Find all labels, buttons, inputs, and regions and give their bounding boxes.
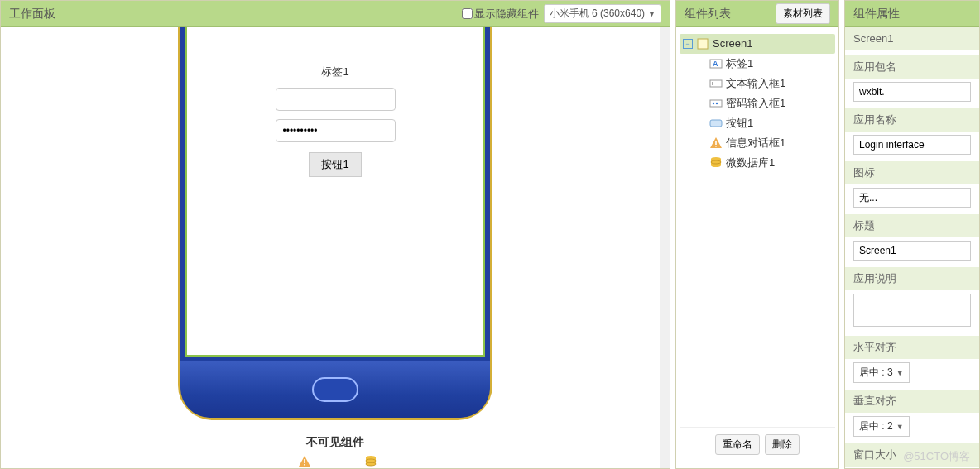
tree-item-database1[interactable]: 微数据库1 (680, 153, 835, 173)
property-panel: 组件属性 Screen1 应用包名 应用名称 图标 标题 应用说明 (844, 0, 980, 469)
app-package-input[interactable] (853, 82, 971, 102)
show-hidden-text: 显示隐藏组件 (474, 7, 539, 22)
device-select-value: 小米手机 6 (360x640) (550, 7, 645, 21)
material-list-button[interactable]: 素材列表 (776, 3, 830, 24)
work-panel: 工作面板 显示隐藏组件 小米手机 6 (360x640) ▼ 标签1 (0, 0, 670, 469)
warning-icon (298, 455, 311, 468)
tree-item-button1[interactable]: 按钮1 (680, 113, 835, 133)
collapse-icon[interactable]: − (683, 39, 693, 49)
tree-item-label: 标签1 (726, 55, 753, 72)
app-package-label: 应用包名 (845, 55, 979, 79)
title-label: 标题 (845, 214, 979, 237)
svg-rect-14 (715, 141, 717, 145)
svg-rect-13 (710, 120, 722, 127)
property-panel-header: 组件属性 (845, 1, 979, 27)
svg-text:A: A (713, 60, 718, 68)
invisible-item-dialog[interactable]: 信息对话框1 (276, 455, 332, 468)
tree-item-label: 密码输入框1 (726, 95, 785, 112)
desc-textarea[interactable] (853, 294, 971, 327)
invisible-components-section: 不可见组件 信息对话框1 微数据库1 (276, 435, 393, 468)
svg-point-12 (716, 103, 718, 104)
svg-point-11 (713, 103, 714, 104)
component-tree: − Screen1 A 标签1 文本输入框1 密码输入框1 (676, 27, 838, 468)
textbox-icon (709, 77, 723, 90)
icon-input[interactable] (853, 188, 971, 208)
halign-value: 居中 : 3 (859, 366, 893, 380)
selected-component-name: Screen1 (845, 27, 979, 50)
tree-item-label: 微数据库1 (726, 155, 775, 171)
component-list-footer: 重命名 删除 (680, 427, 835, 462)
winsize-label: 窗口大小 (845, 443, 979, 467)
password-input-1[interactable] (276, 119, 396, 142)
valign-label: 垂直对齐 (845, 390, 979, 413)
component-list-panel: 组件列表 素材列表 − Screen1 A 标签1 文本输入框1 (675, 0, 839, 469)
button-icon (709, 117, 723, 130)
invisible-components-title: 不可见组件 (276, 435, 393, 450)
text-input-1[interactable] (276, 88, 396, 111)
scrollbar[interactable] (660, 27, 670, 468)
valign-select[interactable]: 居中 : 2 ▼ (853, 416, 910, 437)
desc-label: 应用说明 (845, 267, 979, 290)
property-panel-body: Screen1 应用包名 应用名称 图标 标题 应用说明 (845, 27, 979, 468)
title-input[interactable] (853, 241, 971, 261)
phone-mockup: 标签1 按钮1 (178, 27, 492, 420)
svg-rect-15 (715, 146, 717, 147)
device-select[interactable]: 小米手机 6 (360x640) ▼ (544, 4, 661, 23)
caret-down-icon: ▼ (896, 369, 904, 377)
tree-item-label: 信息对话框1 (726, 135, 785, 151)
tree-item-label: Screen1 (713, 36, 752, 52)
screen-icon (696, 37, 709, 50)
label1[interactable]: 标签1 (321, 65, 348, 79)
halign-label: 水平对齐 (845, 336, 979, 359)
warning-icon (709, 136, 723, 150)
work-panel-body: 标签1 按钮1 不可见组件 信 (1, 27, 670, 468)
caret-down-icon: ▼ (648, 10, 656, 18)
icon-label: 图标 (845, 161, 979, 184)
database-icon (364, 455, 377, 468)
app-name-input[interactable] (853, 135, 971, 155)
svg-rect-1 (304, 464, 305, 466)
rename-button[interactable]: 重命名 (715, 434, 760, 455)
tree-item-label: 文本输入框1 (726, 75, 785, 92)
delete-button[interactable]: 删除 (765, 434, 800, 455)
tree-item-textbox1[interactable]: 文本输入框1 (680, 74, 835, 93)
svg-rect-0 (304, 459, 305, 463)
invisible-item-database[interactable]: 微数据库1 (348, 455, 394, 468)
work-panel-header: 工作面板 显示隐藏组件 小米手机 6 (360x640) ▼ (1, 1, 670, 27)
phone-screen[interactable]: 标签1 按钮1 (185, 27, 485, 357)
password-icon (709, 97, 723, 110)
home-button-icon (312, 377, 358, 402)
button1[interactable]: 按钮1 (309, 152, 361, 177)
show-hidden-checkbox[interactable] (462, 8, 473, 19)
tree-item-label1[interactable]: A 标签1 (680, 54, 835, 74)
phone-bottom-bar (180, 361, 490, 418)
tree-item-label: 按钮1 (726, 115, 753, 132)
component-list-title: 组件列表 (685, 7, 731, 22)
tree-item-screen1[interactable]: − Screen1 (680, 34, 835, 54)
app-name-label: 应用名称 (845, 108, 979, 132)
property-panel-title: 组件属性 (853, 7, 900, 22)
valign-value: 居中 : 2 (859, 419, 893, 433)
show-hidden-checkbox-label[interactable]: 显示隐藏组件 (462, 7, 539, 22)
svg-rect-8 (710, 80, 722, 87)
database-icon (709, 156, 723, 170)
svg-rect-5 (698, 39, 708, 49)
work-panel-title: 工作面板 (9, 7, 55, 22)
halign-select[interactable]: 居中 : 3 ▼ (853, 362, 910, 383)
component-list-header: 组件列表 素材列表 (676, 1, 838, 27)
caret-down-icon: ▼ (896, 423, 904, 431)
tree-item-dialog1[interactable]: 信息对话框1 (680, 133, 835, 153)
tree-item-password1[interactable]: 密码输入框1 (680, 93, 835, 113)
label-icon: A (709, 57, 723, 70)
